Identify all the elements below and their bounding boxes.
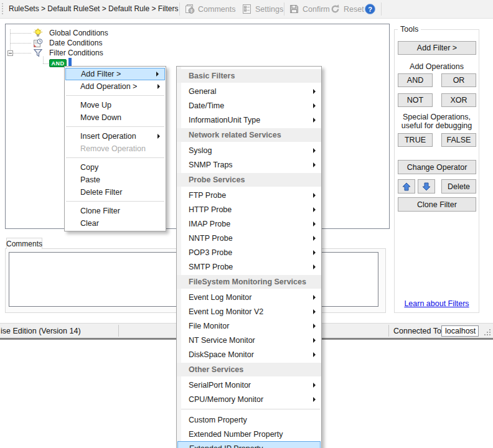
xor-button[interactable]: XOR <box>441 93 476 107</box>
context-menu-item-clear[interactable]: Clear <box>65 217 166 230</box>
submenu-item-diskspace-monitor[interactable]: DiskSpace Monitor <box>177 347 321 362</box>
confirm-button-label: Confirm <box>303 5 330 14</box>
submenu-arrow-icon <box>313 236 316 241</box>
tree-connector <box>43 63 49 64</box>
move-down-button[interactable] <box>418 179 435 194</box>
funnel-icon <box>33 48 43 58</box>
settings-button[interactable]: Settings <box>242 0 283 18</box>
toolbar-separator <box>179 2 180 16</box>
clone-filter-button[interactable]: Clone Filter <box>398 197 476 212</box>
submenu-arrow-icon <box>313 162 316 167</box>
submenu-item-serialport-monitor[interactable]: SerialPort Monitor <box>177 378 321 392</box>
submenu-arrow-icon <box>313 397 316 402</box>
confirm-button[interactable]: Confirm <box>289 0 330 18</box>
context-menu-item-copy[interactable]: Copy <box>65 161 166 174</box>
toolbar-separator <box>381 2 382 16</box>
lightbulb-icon <box>33 28 43 38</box>
and-badge-label: AND <box>52 60 65 67</box>
context-menu-item-move-up[interactable]: Move Up <box>65 99 166 111</box>
submenu-header-probe-services: Probe Services <box>177 173 321 187</box>
submenu-arrow-icon <box>313 193 316 198</box>
submenu-arrow-icon <box>313 103 316 108</box>
submenu-item-informationunit-type[interactable]: InformationUnit Type <box>177 113 321 127</box>
change-operator-button[interactable]: Change Operator <box>398 160 476 174</box>
false-button[interactable]: FALSE <box>441 133 476 147</box>
help-button[interactable]: ? <box>365 4 375 14</box>
add-filter-button[interactable]: Add Filter > <box>398 41 476 55</box>
submenu-header-network-related-services: Network related Services <box>177 128 321 142</box>
true-button[interactable]: TRUE <box>398 133 433 147</box>
context-menu-item-paste[interactable]: Paste <box>65 174 166 186</box>
submenu-item-nt-service-monitor[interactable]: NT Service Monitor <box>177 333 321 347</box>
submenu-item-http-probe[interactable]: HTTP Probe <box>177 202 321 217</box>
context-menu-item-clone-filter[interactable]: Clone Filter <box>65 205 166 217</box>
svg-text:!: ! <box>190 8 192 14</box>
tab-comments-label: Comments <box>6 240 42 248</box>
or-button[interactable]: OR <box>441 73 476 87</box>
submenu-header-basic-filters: Basic Filters <box>177 69 321 83</box>
tree-connector <box>13 53 31 54</box>
context-menu-item-remove-operation[interactable]: Remove Operation <box>65 142 166 155</box>
submenu-item-event-log-monitor[interactable]: Event Log Monitor <box>177 290 321 304</box>
breadcrumb: RuleSets > Default RuleSet > Default Rul… <box>9 0 178 18</box>
delete-button[interactable]: Delete <box>441 179 476 194</box>
submenu-item-custom-property[interactable]: Custom Property <box>177 413 321 427</box>
tools-groupbox-title: Tools <box>398 25 421 34</box>
tree-item-date-conditions[interactable]: Date Conditions <box>33 38 102 48</box>
submenu-arrow-icon <box>313 295 316 300</box>
resize-grip[interactable] <box>484 329 491 336</box>
help-icon: ? <box>368 6 372 13</box>
submenu-arrow-icon <box>313 118 316 123</box>
toolbar-grip[interactable] <box>2 3 3 14</box>
tree-item-global-conditions[interactable]: Global Conditions <box>33 28 108 38</box>
settings-icon <box>242 4 252 14</box>
submenu-item-syslog[interactable]: Syslog <box>177 143 321 157</box>
context-menu-item-add-operation[interactable]: Add Operation > <box>65 80 166 93</box>
submenu-arrow-icon <box>313 207 316 212</box>
not-button[interactable]: NOT <box>398 93 433 107</box>
and-button[interactable]: AND <box>398 73 433 87</box>
add-filter-submenu: Basic Filters General Date/Time Informat… <box>176 66 322 448</box>
submenu-arrow-icon <box>313 352 316 357</box>
menu-separator <box>178 409 320 409</box>
special-operations-label-line2: useful for debugging <box>394 121 479 130</box>
submenu-item-snmp-traps[interactable]: SNMP Traps <box>177 157 321 172</box>
submenu-item-ftp-probe[interactable]: FTP Probe <box>177 188 321 202</box>
context-menu-item-add-filter[interactable]: Add Filter > <box>65 68 165 80</box>
submenu-item-pop3-probe[interactable]: POP3 Probe <box>177 245 321 259</box>
reset-button[interactable]: Reset <box>330 0 364 18</box>
submenu-arrow-icon <box>313 324 316 329</box>
move-up-button[interactable] <box>398 179 415 194</box>
context-menu-item-insert-operation[interactable]: Insert Operation <box>65 130 166 142</box>
statusbar-separator <box>388 325 389 337</box>
context-menu-item-delete-filter[interactable]: Delete Filter <box>65 186 166 198</box>
submenu-item-nntp-probe[interactable]: NNTP Probe <box>177 231 321 245</box>
calendar-clock-icon <box>33 38 43 48</box>
submenu-item-cpu-memory-monitor[interactable]: CPU/Memory Monitor <box>177 392 321 406</box>
submenu-item-file-monitor[interactable]: File Monitor <box>177 319 321 333</box>
submenu-item-imap-probe[interactable]: IMAP Probe <box>177 217 321 231</box>
tree-item-label: Filter Conditions <box>49 49 103 57</box>
submenu-item-smtp-probe[interactable]: SMTP Probe <box>177 259 321 274</box>
submenu-arrow-icon <box>313 148 316 153</box>
tree-item-filter-conditions[interactable]: Filter Conditions <box>33 48 103 58</box>
tree-collapse-toggle[interactable] <box>7 50 13 56</box>
submenu-item-extended-number-property[interactable]: Extended Number Property <box>177 427 321 441</box>
submenu-item-event-log-monitor-v2[interactable]: Event Log Monitor V2 <box>177 304 321 319</box>
submenu-item-general[interactable]: General <box>177 84 321 98</box>
reset-icon <box>330 4 340 14</box>
down-arrow-icon <box>422 182 431 191</box>
menu-separator <box>66 201 164 202</box>
context-menu-item-move-down[interactable]: Move Down <box>65 111 166 124</box>
comments-button[interactable]: ! Comments <box>184 0 235 18</box>
reset-button-label: Reset <box>344 5 364 14</box>
submenu-arrow-icon <box>313 222 316 226</box>
submenu-item-extended-ip-property[interactable]: Extended IP Property <box>177 441 321 448</box>
submenu-arrow-icon <box>156 72 159 77</box>
submenu-item-date-time[interactable]: Date/Time <box>177 98 321 113</box>
tab-comments[interactable]: Comments <box>6 238 42 249</box>
settings-button-label: Settings <box>255 5 283 14</box>
learn-about-filters-link[interactable]: Learn about Filters <box>394 299 479 308</box>
connected-to-label: Connected To: <box>393 324 443 338</box>
comments-icon: ! <box>184 4 195 14</box>
